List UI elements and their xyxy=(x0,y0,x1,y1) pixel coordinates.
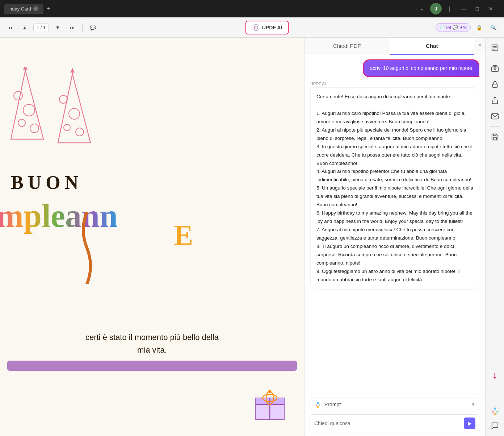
updf-ai-logo-icon xyxy=(252,24,260,32)
chat-input-row: ▶ xyxy=(310,414,480,432)
chat-input-field[interactable] xyxy=(314,420,461,426)
maximize-button[interactable]: □ xyxy=(471,3,483,14)
bottom-text: certi è stato il momento più bello della… xyxy=(0,331,304,356)
svg-point-5 xyxy=(14,91,22,100)
prompt-bar: Prompt ▼ ▶ xyxy=(304,394,485,436)
separator-icon: | xyxy=(444,3,455,14)
page-navigator[interactable]: 1 / 1 xyxy=(33,24,49,31)
next-page-button[interactable]: ▼ xyxy=(52,22,63,33)
svg-point-25 xyxy=(319,404,320,406)
toolbar-divider-1 xyxy=(82,23,83,32)
sidebar-share-button[interactable] xyxy=(488,93,502,108)
svg-point-38 xyxy=(496,411,498,413)
squiggle-decoration xyxy=(72,212,101,284)
svg-point-1 xyxy=(256,27,257,28)
svg-point-13 xyxy=(69,108,80,119)
party-hats-decoration xyxy=(7,67,101,168)
prompt-label: Prompt xyxy=(324,402,468,407)
svg-point-40 xyxy=(494,413,496,415)
ai-label: UPDF AI xyxy=(310,82,479,86)
sidebar-divider-1 xyxy=(490,58,500,58)
main-area: BUON mpleann E certi è stato il momento … xyxy=(0,38,504,436)
sidebar-save-button[interactable] xyxy=(488,130,502,144)
last-page-button[interactable]: ⏭ xyxy=(66,22,78,33)
svg-point-3 xyxy=(254,27,255,28)
tab-area: hday Card × + xyxy=(4,4,413,14)
panel-tabs: Chiedi PDF Chat ✕ xyxy=(304,38,485,55)
toolbar: ⏮ ▲ 1 / 1 ▼ ⏭ 💬 UPDF AI 📄 99 💬 978 🔒 🔍 xyxy=(0,17,504,38)
right-sidebar: ↓ xyxy=(485,38,504,436)
svg-point-7 xyxy=(18,119,25,126)
updf-ai-button[interactable]: UPDF AI xyxy=(245,21,289,34)
svg-point-33 xyxy=(494,68,496,70)
svg-point-12 xyxy=(59,95,67,103)
svg-marker-10 xyxy=(23,67,28,70)
svg-point-6 xyxy=(23,104,35,116)
title-bar: hday Card × + ⌄ J | — □ ✕ xyxy=(0,0,504,17)
svg-marker-17 xyxy=(70,68,75,72)
chat-area[interactable]: scrivi 10 auguri di compleanno per mio n… xyxy=(304,55,485,394)
panel-close-icon[interactable]: ✕ xyxy=(478,42,482,48)
gift-box-decoration xyxy=(253,389,286,422)
comment-button[interactable]: 💬 xyxy=(87,22,98,33)
words-icon: 💬 xyxy=(453,25,458,30)
svg-point-26 xyxy=(316,404,318,406)
pages-icon: 📄 xyxy=(440,25,445,30)
svg-point-14 xyxy=(64,124,70,131)
minimize-button[interactable]: — xyxy=(458,3,469,14)
ai-response-container: UPDF AI Certamente! Ecco dieci auguri di… xyxy=(310,82,479,290)
svg-point-27 xyxy=(317,406,319,408)
ai-panel: Chiedi PDF Chat ✕ scrivi 10 auguri di co… xyxy=(304,38,485,436)
e-letter: E xyxy=(174,219,193,252)
tab-title: hday Card xyxy=(9,6,31,12)
ribbon-decoration xyxy=(7,361,297,371)
svg-point-15 xyxy=(76,128,84,136)
new-tab-button[interactable]: + xyxy=(45,4,52,14)
tab-chiedi-pdf[interactable]: Chiedi PDF xyxy=(304,38,390,55)
prompt-selector[interactable]: Prompt ▼ xyxy=(310,398,480,411)
arrow-indicator: ↓ xyxy=(492,369,497,381)
sidebar-divider-2 xyxy=(490,126,500,127)
nav-back-button[interactable]: ⌄ xyxy=(416,3,428,14)
stats-badge[interactable]: 📄 99 💬 978 xyxy=(436,23,471,32)
svg-point-37 xyxy=(494,408,496,410)
user-message-container: scrivi 10 auguri di compleanno per mio n… xyxy=(310,59,479,77)
lock-button[interactable]: 🔒 xyxy=(474,22,485,33)
tab-close-button[interactable]: × xyxy=(33,6,38,11)
buon-text: BUON xyxy=(11,172,83,193)
search-button[interactable]: 🔍 xyxy=(488,22,500,33)
words-count: 978 xyxy=(459,25,467,30)
tab-chat[interactable]: Chat xyxy=(390,38,475,55)
first-page-button[interactable]: ⏮ xyxy=(4,22,16,33)
svg-point-2 xyxy=(255,28,256,29)
sidebar-ocr-button[interactable] xyxy=(488,41,502,55)
page-display: 1 / 1 xyxy=(37,25,46,30)
pages-count: 99 xyxy=(446,25,451,30)
sidebar-email-button[interactable] xyxy=(488,109,502,124)
send-button[interactable]: ▶ xyxy=(464,418,475,429)
svg-point-23 xyxy=(268,390,271,393)
svg-point-0 xyxy=(255,26,256,27)
sidebar-lock-button[interactable] xyxy=(488,77,502,92)
svg-point-39 xyxy=(492,411,494,413)
sidebar-camera-button[interactable] xyxy=(488,61,502,76)
prompt-chevron-icon: ▼ xyxy=(471,402,475,407)
prev-page-button[interactable]: ▲ xyxy=(19,22,30,33)
svg-point-8 xyxy=(30,124,39,133)
user-avatar: J xyxy=(430,3,442,14)
sidebar-chat-button[interactable] xyxy=(488,419,502,433)
svg-point-24 xyxy=(317,402,319,404)
updf-small-logo-button[interactable] xyxy=(488,404,501,417)
active-tab[interactable]: hday Card × xyxy=(4,4,43,14)
pdf-viewer: BUON mpleann E certi è stato il momento … xyxy=(0,38,304,436)
user-message-bubble: scrivi 10 auguri di compleanno per mio n… xyxy=(363,59,479,77)
updf-ai-label: UPDF AI xyxy=(262,25,282,30)
pdf-page: BUON mpleann E certi è stato il momento … xyxy=(0,38,304,436)
ai-message-bubble: Certamente! Ecco dieci auguri di complea… xyxy=(310,87,479,290)
close-button[interactable]: ✕ xyxy=(485,3,497,14)
svg-rect-34 xyxy=(492,84,497,87)
prompt-logo-icon xyxy=(314,401,322,408)
